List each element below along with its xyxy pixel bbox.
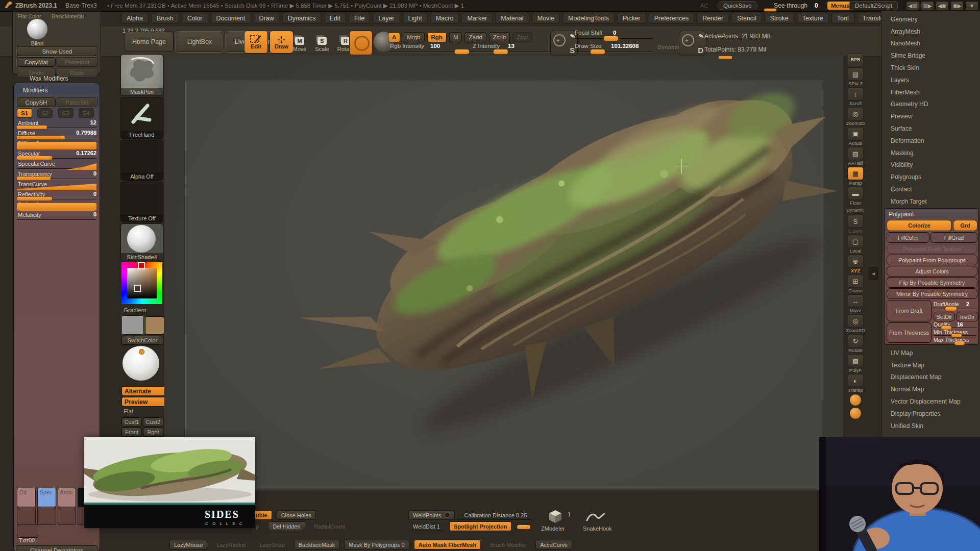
scale-mode-button[interactable]: S Scale: [311, 31, 333, 52]
menu-item[interactable]: ModelingTools: [562, 13, 615, 23]
gradient-label[interactable]: Gradient: [124, 307, 146, 313]
material-slider[interactable]: Diffuse 0.79988: [17, 130, 96, 140]
window-control-icon[interactable]: ▥▶: [921, 1, 934, 11]
right-shelf-button[interactable]: ●: [843, 394, 868, 406]
material-sphere-blinn[interactable]: [27, 19, 47, 39]
z-int ensity-handle[interactable]: [493, 49, 508, 55]
quality-slider[interactable]: [934, 328, 976, 328]
bottom-bar-button[interactable]: LazyMouse: [169, 540, 207, 549]
move-mode-button[interactable]: M Move: [289, 31, 310, 52]
slider-handle[interactable]: [17, 142, 96, 149]
grd-button[interactable]: Grd: [953, 220, 977, 231]
right-shelf-button[interactable]: ▦ Persp: [843, 167, 868, 186]
adjust-colors-button[interactable]: Adjust Colors: [887, 266, 977, 277]
hue-selector[interactable]: [138, 262, 145, 269]
window-control-icon[interactable]: ◀▣: [936, 1, 949, 11]
light-placement-sphere[interactable]: [122, 346, 159, 381]
right-shelf-button[interactable]: ▣ Actual: [843, 127, 868, 146]
wax-modifiers-title[interactable]: Wax Modifiers: [30, 75, 68, 82]
bottom-bar-button[interactable]: Auto Mask FiberMesh: [414, 540, 481, 549]
paint-toggle-button[interactable]: Mrgb: [403, 32, 424, 42]
slider-handle[interactable]: [17, 197, 52, 201]
menu-item[interactable]: Picker: [617, 13, 646, 23]
right-shelf-button[interactable]: ▨ AAHalf: [843, 147, 868, 166]
bottom-bar-button[interactable]: Calibration Distance 0.25: [459, 510, 531, 520]
slider-handle[interactable]: [17, 126, 47, 129]
edit-mode-button[interactable]: Edit: [244, 31, 268, 54]
show-used-button[interactable]: Show Used: [17, 46, 97, 56]
menu-item[interactable]: Dynamics: [282, 13, 322, 23]
tool-section[interactable]: Masking: [881, 147, 980, 159]
menu-item[interactable]: Tool: [831, 13, 854, 23]
stroke-picker-freehand[interactable]: FreeHand: [120, 97, 163, 139]
front-button[interactable]: Front: [121, 428, 142, 437]
right-shelf-button[interactable]: Dynamic: [843, 208, 868, 213]
cust1-button[interactable]: Cust1: [121, 417, 142, 427]
slider-handle[interactable]: [17, 136, 65, 139]
window-control-icon[interactable]: ◀▥: [906, 1, 919, 11]
dynamic-label[interactable]: Dynamic: [657, 44, 681, 50]
tool-section[interactable]: Visibility: [881, 159, 980, 171]
menu-item[interactable]: Preferences: [649, 13, 694, 23]
right-shelf-button[interactable]: ⊞ Frame: [843, 274, 868, 293]
tool-section[interactable]: Slime Bridge: [881, 49, 980, 62]
slider-handle[interactable]: [17, 203, 96, 211]
slider-handle[interactable]: [67, 163, 96, 170]
snakehook-icon[interactable]: [586, 511, 605, 522]
tool-section[interactable]: Geometry: [881, 13, 980, 26]
material-slider[interactable]: ReflectCurve: [17, 201, 96, 211]
pastesh-button[interactable]: PasteSH: [57, 97, 97, 107]
tool-section[interactable]: FiberMesh: [881, 86, 980, 98]
menu-item[interactable]: File: [349, 13, 370, 23]
channel-descriptors-button[interactable]: Channel Descriptors: [16, 545, 97, 551]
texture-picker[interactable]: Texture Off: [120, 182, 163, 222]
main-color-swatch[interactable]: [121, 315, 144, 335]
polypaint-header[interactable]: Polypaint: [889, 211, 914, 218]
menu-item[interactable]: Color: [182, 13, 208, 23]
fillcolor-button[interactable]: FillColor: [887, 232, 929, 243]
color-picker[interactable]: [121, 262, 162, 304]
fillgrad-button[interactable]: FillGrad: [930, 232, 977, 243]
channel-swatch[interactable]: [37, 507, 56, 525]
tool-section[interactable]: Display Properties: [881, 408, 980, 420]
tool-section[interactable]: Preview: [881, 110, 980, 122]
draw-size-slider[interactable]: [575, 52, 652, 52]
light-dot-icon[interactable]: [139, 349, 144, 355]
bottom-bar-button[interactable]: Close Holes: [277, 510, 316, 520]
tab-basic-material[interactable]: BasicMaterial: [52, 13, 84, 19]
bottom-bar-button[interactable]: Brush Modifier: [485, 540, 531, 549]
polypaint-from-polygroups-button[interactable]: Polypaint From Polygroups: [887, 255, 977, 265]
right-shelf-button[interactable]: ▬ Floor: [843, 187, 868, 206]
channel-swatch[interactable]: [58, 507, 77, 525]
bottom-bar-button[interactable]: WeldDist 1: [408, 521, 445, 531]
copymat-button[interactable]: CopyMat: [17, 57, 56, 67]
pastemat-button[interactable]: PasteMat: [57, 57, 97, 67]
right-shelf-button[interactable]: ◎ Zoom3D: [843, 107, 868, 126]
default-zscript-button[interactable]: DefaultZScript: [849, 1, 898, 10]
right-shelf-button[interactable]: ◎ ZoomSD: [843, 314, 868, 333]
menu-item[interactable]: Texture: [797, 13, 829, 23]
rgb-intensity-handle[interactable]: [454, 49, 470, 55]
menu-item[interactable]: Edit: [324, 13, 347, 23]
bottom-bar-button[interactable]: Mask By Polygroups 0: [344, 540, 409, 549]
channel-swatch[interactable]: [17, 524, 38, 538]
material-slider[interactable]: Metalicity 0: [17, 211, 96, 221]
menu-item[interactable]: Stencil: [731, 13, 762, 23]
sv-selector[interactable]: [134, 285, 141, 292]
tool-section[interactable]: UV Map: [881, 347, 980, 359]
z-intensity-slider[interactable]: [473, 52, 554, 52]
zmodeler-icon[interactable]: [548, 509, 562, 523]
channel-swatch[interactable]: Dif: [17, 488, 36, 507]
preview-button[interactable]: Preview: [121, 397, 166, 407]
shader-slot-button[interactable]: S1: [17, 108, 32, 118]
paint-toggle-button[interactable]: Rgb: [427, 32, 447, 42]
draft-angle-handle[interactable]: [945, 306, 957, 311]
menu-item[interactable]: Layer: [373, 13, 400, 23]
switchcolor-button[interactable]: SwitchColor: [121, 336, 163, 345]
bottom-bar-button[interactable]: Spotlight Projection: [449, 521, 512, 531]
right-shelf-button[interactable]: S L.Sym: [843, 215, 868, 234]
paint-toggle-button[interactable]: A: [388, 32, 400, 42]
flip-posable-symmetry-button[interactable]: Flip By Posable Symmetry: [887, 277, 977, 288]
draw-size-handle[interactable]: [590, 49, 605, 55]
slider-handle[interactable]: [17, 156, 52, 160]
